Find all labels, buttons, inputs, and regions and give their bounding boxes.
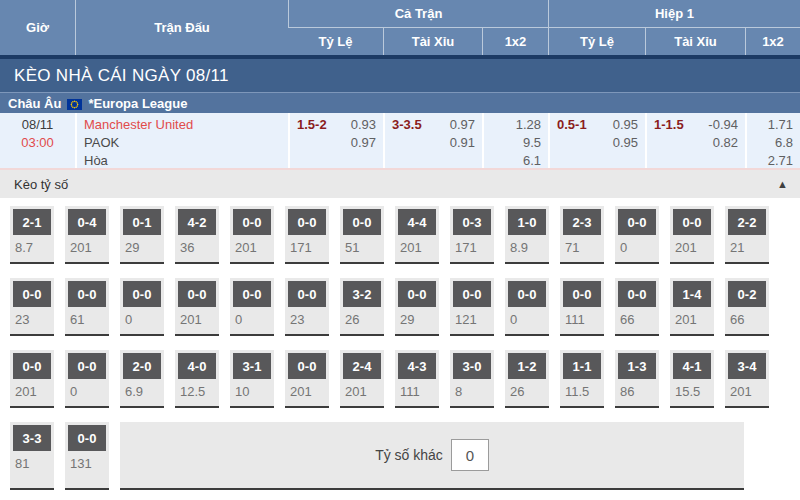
score-cell: 4-4201 (395, 206, 439, 264)
score-chip[interactable]: 2-4 (343, 353, 381, 379)
score-chip[interactable]: 4-1 (673, 353, 711, 379)
score-chip[interactable]: 1-2 (508, 353, 546, 379)
score-chip[interactable]: 0-0 (233, 209, 271, 235)
score-chip[interactable]: 0-0 (508, 281, 546, 307)
half-under-odds[interactable]: 0.82 (713, 134, 738, 152)
score-odds: 201 (70, 240, 109, 255)
full-1x2-home[interactable]: 1.28 (491, 116, 541, 134)
score-chip[interactable]: 2-2 (728, 209, 766, 235)
score-chip[interactable]: 4-4 (398, 209, 436, 235)
collapse-icon[interactable]: ▲ (777, 178, 788, 190)
score-chip[interactable]: 2-3 (563, 209, 601, 235)
score-chip[interactable]: 3-2 (343, 281, 381, 307)
score-chip[interactable]: 0-0 (13, 281, 51, 307)
score-chip[interactable]: 0-0 (398, 281, 436, 307)
score-chip[interactable]: 1-3 (618, 353, 656, 379)
score-chip[interactable]: 0-0 (68, 281, 106, 307)
score-chip[interactable]: 1-0 (508, 209, 546, 235)
score-chip[interactable]: 0-0 (178, 281, 216, 307)
score-chip[interactable]: 0-0 (343, 209, 381, 235)
away-team-name[interactable]: PAOK (84, 134, 288, 152)
score-cell: 2-221 (725, 206, 769, 264)
full-handicap-home-odds[interactable]: 0.93 (351, 116, 376, 134)
score-cell: 4-236 (175, 206, 219, 264)
score-odds: 71 (565, 240, 604, 255)
other-score-input[interactable] (451, 439, 489, 471)
score-odds: 66 (620, 312, 659, 327)
score-chip[interactable]: 1-1 (563, 353, 601, 379)
score-chip[interactable]: 0-0 (233, 281, 271, 307)
full-1x2-draw[interactable]: 9.5 (491, 134, 541, 152)
score-chip[interactable]: 0-0 (618, 281, 656, 307)
score-cell: 4-012.5 (175, 350, 219, 408)
score-odds: 21 (730, 240, 769, 255)
score-chip[interactable]: 4-0 (178, 353, 216, 379)
score-chip[interactable]: 0-0 (618, 209, 656, 235)
score-cell: 1-4201 (670, 278, 714, 336)
half-1x2-home[interactable]: 1.71 (754, 116, 793, 134)
full-1x2-away[interactable]: 6.1 (491, 152, 541, 170)
score-chip[interactable]: 0-0 (288, 281, 326, 307)
score-chip[interactable]: 0-0 (563, 281, 601, 307)
score-section-title: Kèo tỷ số (14, 177, 68, 192)
score-cell: 3-110 (230, 350, 274, 408)
league-name[interactable]: *Europa League (88, 96, 187, 111)
score-cell: 1-386 (615, 350, 659, 408)
half-handicap-cell[interactable]: 0.5-1 0.95 0.95 (548, 113, 645, 168)
score-chip[interactable]: 3-0 (453, 353, 491, 379)
score-chip[interactable]: 3-1 (233, 353, 271, 379)
score-chip[interactable]: 3-3 (13, 425, 51, 451)
match-time-cell: 08/11 03:00 (0, 113, 75, 168)
score-chip[interactable]: 1-4 (673, 281, 711, 307)
score-odds: 23 (15, 312, 54, 327)
score-section-header[interactable]: Kèo tỷ số ▲ (0, 170, 800, 198)
score-cell: 3-4201 (725, 350, 769, 408)
score-cell: 2-06.9 (120, 350, 164, 408)
score-cell: 0-051 (340, 206, 384, 264)
score-cell: 0-0201 (10, 350, 54, 408)
score-chip[interactable]: 4-2 (178, 209, 216, 235)
score-chip[interactable]: 3-4 (728, 353, 766, 379)
score-odds: 201 (180, 312, 219, 327)
league-row[interactable]: Châu Âu *Europa League (0, 92, 800, 113)
score-chip[interactable]: 0-0 (13, 353, 51, 379)
score-cell: 0-0111 (560, 278, 604, 336)
score-chip[interactable]: 0-0 (288, 209, 326, 235)
score-chip[interactable]: 0-0 (673, 209, 711, 235)
score-cell: 0-3171 (450, 206, 494, 264)
half-1x2-away[interactable]: 2.71 (754, 152, 793, 170)
score-chip[interactable]: 0-4 (68, 209, 106, 235)
half-handicap-home-odds[interactable]: 0.95 (613, 116, 638, 134)
score-cell: 0-00 (65, 350, 109, 408)
score-grid: 2-18.70-42010-1294-2360-02010-01710-0514… (0, 198, 800, 490)
half-over-odds[interactable]: -0.94 (708, 116, 738, 134)
score-odds: 201 (290, 384, 329, 399)
score-chip[interactable]: 0-0 (68, 425, 106, 451)
full-handicap-cell[interactable]: 1.5-2 0.93 0.97 (288, 113, 383, 168)
full-handicap-away-odds[interactable]: 0.97 (351, 134, 376, 152)
score-chip[interactable]: 0-2 (728, 281, 766, 307)
score-chip[interactable]: 4-3 (398, 353, 436, 379)
score-chip[interactable]: 0-3 (453, 209, 491, 235)
half-1x2-cell[interactable]: 1.71 6.8 2.71 (745, 113, 800, 168)
score-chip[interactable]: 0-0 (288, 353, 326, 379)
full-overunder-cell[interactable]: 3-3.5 0.97 0.91 (383, 113, 482, 168)
betting-odds-page: Giờ Trận Đấu Cả Trận Tỷ Lệ Tài Xỉu 1x2 H… (0, 0, 800, 500)
half-1x2-draw[interactable]: 6.8 (754, 134, 793, 152)
score-chip[interactable]: 0-0 (123, 281, 161, 307)
match-kickoff-time: 03:00 (0, 134, 75, 152)
score-chip[interactable]: 2-0 (123, 353, 161, 379)
score-cell: 2-18.7 (10, 206, 54, 264)
score-chip[interactable]: 0-1 (123, 209, 161, 235)
full-1x2-cell[interactable]: 1.28 9.5 6.1 (482, 113, 548, 168)
half-handicap-away-odds[interactable]: 0.95 (613, 134, 638, 152)
full-over-odds[interactable]: 0.97 (450, 116, 475, 134)
half-overunder-cell[interactable]: 1-1.5 -0.94 0.82 (645, 113, 745, 168)
score-odds: 66 (730, 312, 769, 327)
score-chip[interactable]: 2-1 (13, 209, 51, 235)
home-team-name[interactable]: Manchester United (84, 116, 288, 134)
full-handicap-line: 1.5-2 (297, 116, 327, 134)
score-chip[interactable]: 0-0 (68, 353, 106, 379)
score-chip[interactable]: 0-0 (453, 281, 491, 307)
full-under-odds[interactable]: 0.91 (450, 134, 475, 152)
